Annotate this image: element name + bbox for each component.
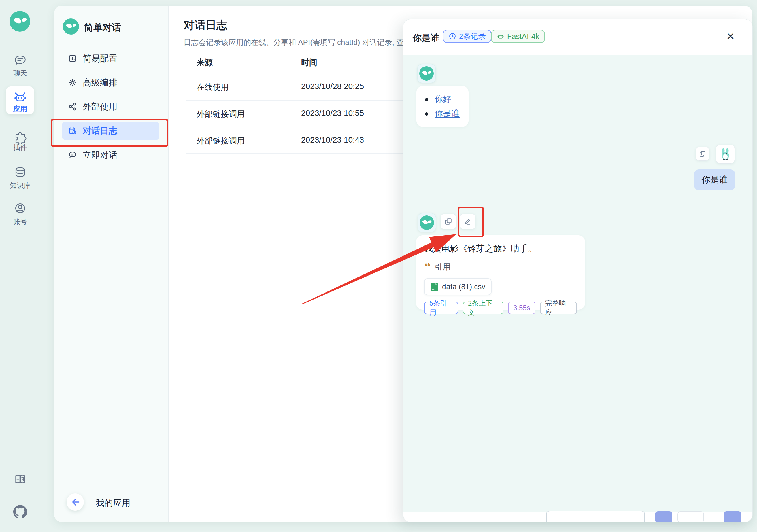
- table-divider: [186, 73, 404, 74]
- table-divider: [186, 100, 404, 101]
- csv-file-icon: csv: [431, 282, 438, 291]
- rail-item-account-label[interactable]: 账号: [0, 217, 40, 226]
- puzzle-icon[interactable]: [14, 132, 26, 144]
- brand-logo-icon[interactable]: [10, 11, 30, 32]
- drawer-title: 你是谁: [413, 32, 439, 44]
- model-robot-icon: [497, 33, 504, 40]
- my-apps-label[interactable]: 我的应用: [96, 497, 130, 509]
- copy-button[interactable]: [440, 214, 456, 229]
- model-badge-label: FastAI-4k: [507, 32, 539, 41]
- send-button[interactable]: [655, 511, 672, 522]
- list-item: 你是谁: [425, 106, 469, 121]
- user-icon[interactable]: [14, 202, 26, 215]
- config-panel-icon: [68, 54, 77, 63]
- sidebar-item-label: 外部使用: [83, 101, 117, 113]
- records-badge-label: 2条记录: [459, 31, 486, 42]
- sidebar-item-label: 立即对话: [83, 149, 117, 161]
- page-title: 对话日志: [184, 18, 227, 33]
- bullet-dot: [425, 98, 428, 101]
- docs-book-icon[interactable]: [14, 473, 27, 486]
- github-icon[interactable]: [13, 505, 27, 519]
- citation-file-name: data (81).csv: [442, 282, 485, 291]
- latency-tag: 3.55s: [508, 302, 535, 314]
- suggestion-link[interactable]: 你好: [435, 94, 451, 105]
- sidebar-item-chat-now[interactable]: 立即对话: [62, 146, 159, 164]
- response-text: 我是电影《铃芽之旅》助手。: [424, 243, 577, 254]
- quote-section: ❝ 引用: [424, 261, 577, 273]
- bullet-dot: [425, 112, 428, 115]
- quote-divider: [457, 267, 577, 267]
- rail-item-chat-label[interactable]: 聊天: [0, 69, 40, 78]
- table-divider: [186, 127, 404, 127]
- app-avatar: [63, 18, 79, 35]
- gear-icon: [68, 78, 77, 87]
- table-header-time: 时间: [301, 57, 317, 68]
- share-icon: [68, 102, 77, 111]
- list-item: 你好: [425, 92, 469, 106]
- quote-icon: ❝: [424, 263, 431, 271]
- close-icon[interactable]: ✕: [724, 30, 738, 44]
- chat-input[interactable]: [546, 511, 645, 522]
- app-title: 简单对话: [84, 21, 121, 34]
- database-icon[interactable]: [14, 166, 26, 179]
- arrow-left-icon: [70, 497, 80, 507]
- chat-bubble-icon[interactable]: [14, 54, 26, 67]
- page-subtitle-text: 日志会记录该应用的在线、分享和 API(需填写 chatId) 对话记录,: [184, 38, 396, 47]
- records-badge: 2条记录: [443, 30, 491, 43]
- response-meta-tags: 5条引用 2条上下文 3.55s 完整响应: [424, 302, 577, 314]
- rail-item-knowledge-label[interactable]: 知识库: [0, 181, 40, 190]
- sidebar-item-external-use[interactable]: 外部使用: [62, 97, 159, 116]
- table-row-time[interactable]: 2023/10/23 10:55: [301, 108, 364, 118]
- annotation-box-chat-logs: [51, 119, 168, 147]
- citations-tag[interactable]: 5条引用: [424, 302, 458, 314]
- chat-now-icon: [68, 151, 77, 159]
- sidebar-item-label: 简易配置: [83, 53, 117, 65]
- model-badge: FastAI-4k: [491, 30, 545, 43]
- table-header-source: 来源: [197, 57, 213, 68]
- ai-avatar: [417, 213, 436, 232]
- svg-text:csv: csv: [432, 288, 436, 290]
- suggestion-link[interactable]: 你是谁: [435, 108, 460, 120]
- chat-detail-drawer: 你是谁 2条记录 FastAI-4k ✕: [403, 19, 753, 522]
- copy-button[interactable]: [696, 147, 710, 161]
- input-action-button[interactable]: [678, 511, 704, 522]
- table-row-source[interactable]: 在线使用: [197, 82, 229, 93]
- ai-response-bubble: 我是电影《铃芽之旅》助手。 ❝ 引用 csv data (81).csv 5条引…: [416, 235, 585, 310]
- table-row-source[interactable]: 外部链接调用: [197, 108, 245, 120]
- citation-file-chip[interactable]: csv data (81).csv: [424, 278, 492, 295]
- user-message-bubble: 你是谁: [694, 169, 735, 190]
- clock-icon: [449, 33, 456, 40]
- page-subtitle: 日志会记录该应用的在线、分享和 API(需填写 chatId) 对话记录, 查看…: [184, 38, 426, 47]
- rail-item-plugins-label[interactable]: 插件: [0, 143, 40, 152]
- sidebar-item-simple-config[interactable]: 简易配置: [62, 49, 159, 68]
- table-row-source[interactable]: 外部链接调用: [197, 135, 245, 146]
- robot-icon: [14, 91, 26, 104]
- ai-message-bubble: 你好 你是谁: [416, 86, 469, 127]
- sidebar-item-label: 高级编排: [83, 77, 117, 89]
- user-avatar: [716, 145, 735, 163]
- back-button[interactable]: [67, 493, 84, 511]
- context-tag[interactable]: 2条上下文: [463, 302, 503, 314]
- rail-item-apps-label[interactable]: 应用: [0, 104, 40, 113]
- annotation-box-edit-button: [458, 207, 484, 237]
- quote-label: 引用: [435, 261, 451, 273]
- table-row-time[interactable]: 2023/10/28 20:25: [301, 82, 364, 91]
- sidebar-item-advanced-orchestration[interactable]: 高级编排: [62, 74, 159, 92]
- table-divider: [186, 153, 404, 154]
- ai-avatar: [417, 64, 436, 83]
- table-row-time[interactable]: 2023/10/23 10:43: [301, 135, 364, 145]
- send-button[interactable]: [724, 511, 742, 522]
- full-response-tag[interactable]: 完整响应: [540, 302, 577, 314]
